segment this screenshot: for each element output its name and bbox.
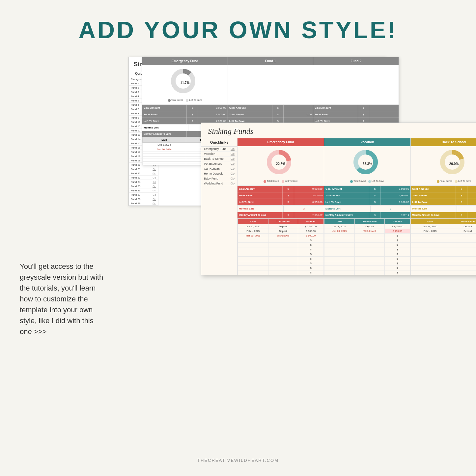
color-trans-table2: Date Transaction Amount Jan 1, 2025Depos…	[324, 219, 410, 275]
color-sheet-title: Sinking Funds	[201, 123, 476, 138]
color-goal-row3: Goal Amount $	[411, 186, 476, 192]
color-fund2-header: Vacation	[324, 138, 410, 146]
color-quicklink-item: Home DepositGo	[201, 171, 237, 176]
color-monthly-row1: Monthly Amount To Save $ 2,316.67	[238, 212, 324, 219]
grey-goal-row: Goal Amount $ 9,000.00	[142, 105, 228, 111]
grey-fund1-header: Emergency Fund	[142, 57, 228, 65]
color-quicklink-item: Baby FundGo	[201, 176, 237, 181]
footer-website: THECREATIVEWILDHEART.COM	[0, 451, 476, 469]
color-months-row2: Months Left 7	[324, 206, 410, 212]
color-fund3-header: Back To School	[411, 138, 476, 146]
color-goal-row1: Goal Amount $ 9,000.00	[238, 186, 324, 192]
description-text: You'll get access to the greyscale versi…	[20, 57, 105, 353]
grey-quicklink-item: Fund 24Go	[129, 180, 158, 184]
grey-saved-row: Total Saved $ 1,050.00	[142, 111, 228, 118]
page-title: ADD YOUR OWN STYLE!	[0, 0, 476, 57]
color-monthly-row3: Monthly Amount To Save $	[411, 212, 476, 219]
color-months-row1: Months Left 3	[238, 206, 324, 212]
color-quicklink-item: Wedding FundGo	[201, 181, 237, 186]
color-quicklink-item: Pet ExpensesGo	[201, 161, 237, 166]
grey-quicklink-item: Fund 28Go	[129, 197, 158, 201]
color-months-row3: Months Left	[411, 206, 476, 212]
color-saved-row2: Total Saved $ 1,900.00	[324, 192, 410, 199]
color-trans-table3: Date Transaction A Jan 14, 2025Deposit$ …	[411, 219, 476, 275]
color-quicklink-item: Back To SchoolGo	[201, 156, 237, 161]
grey-quicklink-item: Fund 26Go	[129, 188, 158, 193]
color-leftsave-row1: Left To Save $ 6,950.00	[238, 199, 324, 206]
color-donut1: 22.8% Total Saved Left To Save	[238, 146, 324, 186]
grey-quicklink-item: Fund 29Go	[129, 201, 158, 206]
grey-fund2-header: Fund 1	[228, 57, 313, 65]
color-trans-table1: Date Transaction Amount Jan 15, 2025Depo…	[238, 219, 324, 275]
color-spreadsheet: Sinking Funds Quicklinks Emergency FundG…	[201, 123, 476, 275]
grey-quicklink-item: Fund 22Go	[129, 171, 158, 176]
color-quicklink-item: Emergency FundGo	[201, 147, 237, 152]
color-donut2: 63.3% Total Saved Left To Save	[324, 146, 410, 186]
color-saved-row3: Total Saved $	[411, 192, 476, 199]
color-quicklink-item: VacationGo	[201, 152, 237, 156]
color-fund1-header: Emergency Fund	[238, 138, 324, 146]
color-donut3: 20.0% Total Saved Left To Save	[411, 146, 476, 186]
color-quicklink-item: Car RepairsGo	[201, 166, 237, 171]
grey-quicklink-item: Fund 21Go	[129, 167, 158, 171]
color-leftsave-row2: Left To Save $ 1,100.00	[324, 199, 410, 206]
grey-fund3-header: Fund 2	[313, 57, 399, 65]
color-saved-row1: Total Saved $ 2,050.00	[238, 192, 324, 199]
color-leftsave-row3: Left To Save $	[411, 199, 476, 206]
grey-quicklink-item: Fund 27Go	[129, 193, 158, 197]
color-quicklinks-header: Quicklinks	[201, 138, 237, 147]
grey-quicklink-item: Fund 25Go	[129, 184, 158, 188]
grey-quicklink-item: Fund 23Go	[129, 176, 158, 180]
color-monthly-row2: Monthly Amount To Save $ 157.14	[324, 212, 410, 219]
grey-donut1: 11.7% Total Saved Left To Save	[142, 65, 228, 105]
color-goal-row2: Goal Amount $ 3,000.00	[324, 186, 410, 192]
color-quicklinks: Quicklinks Emergency FundGoVacationGoBac…	[201, 138, 238, 275]
